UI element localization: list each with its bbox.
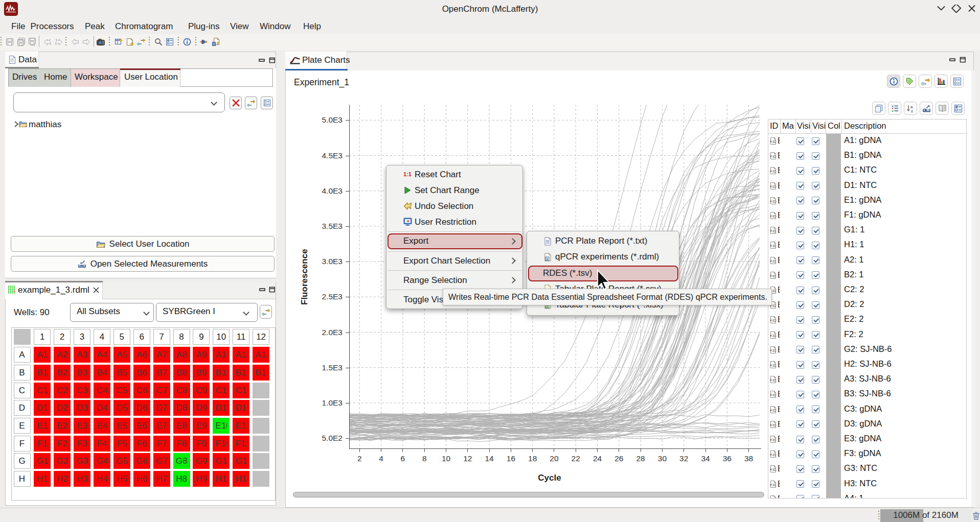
svg-text:ID: ID [772,349,776,352]
svg-text:ID: ID [772,185,776,188]
svg-text:ID: ID [772,155,776,158]
svg-text:ID: ID [772,423,776,427]
svg-text:ID: ID [772,140,776,144]
svg-text:ID: ID [772,364,776,367]
svg-text:ID: ID [772,393,776,397]
svg-text:ID: ID [772,319,776,322]
svg-text:ID: ID [772,483,776,487]
svg-text:ID: ID [772,229,776,233]
svg-text:ID: ID [772,378,776,382]
svg-text:ID: ID [772,170,776,173]
svg-text:ID: ID [772,438,776,442]
svg-text:ID: ID [772,304,776,307]
svg-text:ID: ID [772,215,776,218]
svg-text:ID: ID [772,244,776,248]
svg-text:ID: ID [772,274,776,278]
svg-text:ID: ID [772,259,776,263]
svg-text:ID: ID [772,453,776,457]
svg-text:ID: ID [772,334,776,338]
svg-text:ID: ID [772,468,776,471]
svg-text:1:1: 1:1 [403,171,412,177]
svg-text:ID: ID [772,289,776,293]
svg-text:x: x [546,257,549,260]
svg-text:ID: ID [772,200,776,203]
svg-text:ID: ID [772,409,776,412]
